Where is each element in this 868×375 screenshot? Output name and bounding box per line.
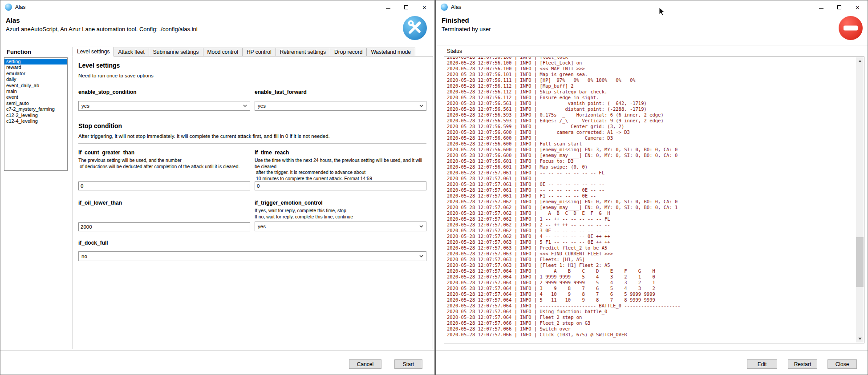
log-line: 2020-05-28 12:07:57.066 | INFO | Switch …	[447, 326, 856, 332]
log-line: 2020-05-28 12:07:57.066 | INFO | Fleet_2…	[447, 320, 856, 326]
field-if-count-greater-than: if_count_greater_than The previous setti…	[78, 149, 250, 190]
if-count-greater-than-input[interactable]	[78, 181, 250, 190]
chevron-down-icon	[419, 105, 423, 107]
field-if-time-reach: if_time_reach Use the time within the ne…	[255, 149, 426, 190]
function-list-item[interactable]: c12-4_leveling	[4, 118, 67, 124]
run-status-subtitle: Terminated by user	[442, 26, 491, 32]
alas-tools-logo	[402, 16, 427, 40]
start-button[interactable]: Start	[394, 359, 422, 369]
log-line: 2020-05-28 12:07:56.599 | INFO | Center …	[447, 124, 856, 129]
tab[interactable]: Submarine settings	[149, 48, 203, 56]
function-list-item[interactable]: main	[4, 89, 67, 94]
function-list-item[interactable]: event_daily_ab	[4, 83, 67, 89]
log-line: 2020-05-28 12:07:57.063 | INFO | <<< FIN…	[447, 251, 856, 257]
log-line: 2020-05-28 12:07:57.061 | INFO | -- -- -…	[447, 176, 856, 181]
cancel-button[interactable]: Cancel	[349, 359, 381, 369]
selected-value: yes	[81, 103, 89, 109]
scrollbar-thumb[interactable]	[856, 237, 864, 287]
if-dock-full-select[interactable]: no	[78, 251, 426, 261]
alas-app-icon	[441, 4, 448, 11]
log-line: 2020-05-28 12:07:57.062 | INFO | 3 0E --…	[447, 228, 856, 234]
tab[interactable]: Wasteland mode	[366, 48, 415, 56]
log-line: 2020-05-28 12:07:56.100 | INFO | fleet_l…	[447, 57, 856, 60]
tab[interactable]: HP control	[242, 48, 276, 56]
settings-tab-bar: Level settingsAttack fleetSubmarine sett…	[73, 47, 415, 56]
function-list-item[interactable]: c7-2_mystery_farming	[4, 106, 67, 112]
tab[interactable]: Mood control	[203, 48, 243, 56]
field-label: enable_stop_condition	[78, 89, 250, 95]
log-line: 2020-05-28 12:07:56.600 | INFO | Camera:…	[447, 135, 856, 141]
maximize-button[interactable]	[830, 0, 848, 14]
log-line: 2020-05-28 12:07:57.062 | INFO | 4 -- --…	[447, 234, 856, 239]
chevron-down-icon	[419, 225, 423, 228]
field-if-oil-lower-than: if_oil_lower_than	[78, 200, 250, 231]
field-label: if_trigger_emotion_control	[255, 200, 426, 206]
log-line: 2020-05-28 12:07:57.061 | INFO | -- -- -…	[447, 187, 856, 193]
function-panel-label: Function	[7, 48, 31, 55]
section-title-level-settings: Level settings	[78, 62, 426, 69]
close-button[interactable]: ×	[848, 0, 867, 14]
log-line: 2020-05-28 12:07:57.061 | INFO | -- -- -…	[447, 170, 856, 176]
log-line: 2020-05-28 12:07:56.112 | INFO | Skip st…	[447, 89, 856, 95]
maximize-button[interactable]	[397, 0, 415, 14]
log-titlebar[interactable]: Alas ×	[436, 0, 868, 14]
enable-stop-condition-select[interactable]: yes	[78, 101, 250, 111]
log-line: 2020-05-28 12:07:56.100 | INFO | [Fleet_…	[447, 60, 856, 66]
tab[interactable]: Attack fleet	[114, 48, 149, 56]
function-list-item[interactable]: emulator	[4, 71, 67, 77]
minimize-button[interactable]	[379, 0, 397, 14]
field-label: enable_fast_forward	[255, 89, 426, 95]
config-titlebar[interactable]: Alas ×	[0, 0, 434, 14]
alas-app-icon	[5, 4, 12, 11]
tab[interactable]: Retirement settings	[276, 48, 330, 56]
section-desc-level-settings: Need to run once to save options	[78, 73, 426, 78]
log-scrollbar[interactable]	[856, 57, 864, 343]
if-time-reach-input[interactable]	[255, 181, 426, 190]
log-output-box[interactable]: 2020-05-28 12:07:56.100 | INFO | fleet_l…	[444, 56, 864, 343]
tab[interactable]: Drop record	[330, 48, 367, 56]
close-button[interactable]: ×	[415, 0, 434, 14]
scroll-up-arrow[interactable]	[856, 57, 864, 65]
log-line: 2020-05-28 12:07:57.061 | INFO | F1 -- -…	[447, 193, 856, 199]
log-line: 2020-05-28 12:07:57.061 | INFO | 0E -- -…	[447, 181, 856, 187]
close-icon: ×	[856, 4, 860, 11]
log-line: 2020-05-28 12:07:57.064 | INFO | 1 9999 …	[447, 274, 856, 280]
log-output: 2020-05-28 12:07:56.100 | INFO | fleet_l…	[445, 57, 856, 343]
log-line: 2020-05-28 12:07:56.561 | INFO | vanish_…	[447, 101, 856, 106]
function-list[interactable]: settingrewardemulatordailyevent_daily_ab…	[4, 57, 68, 171]
function-list-item[interactable]: daily	[4, 77, 67, 82]
enable-fast-forward-select[interactable]: yes	[255, 101, 426, 111]
minimize-icon	[819, 8, 823, 9]
tab[interactable]: Level settings	[73, 47, 114, 56]
log-line: 2020-05-28 12:07:56.101 | INFO | Map is …	[447, 72, 856, 77]
header-divider	[436, 45, 868, 45]
config-window-title: Alas	[15, 4, 25, 10]
log-line: 2020-05-28 12:07:56.593 | INFO | 0.175s …	[447, 112, 856, 118]
log-window-title: Alas	[451, 4, 461, 10]
scroll-down-arrow[interactable]	[856, 335, 864, 343]
restart-button[interactable]: Restart	[788, 359, 817, 369]
function-list-item[interactable]: reward	[4, 65, 67, 70]
field-description: If yes, wait for reply, complete this ti…	[255, 208, 426, 220]
if-oil-lower-than-input[interactable]	[78, 222, 250, 231]
field-label: if_dock_full	[78, 240, 426, 246]
function-list-item[interactable]: semi_auto	[4, 101, 67, 106]
edit-button[interactable]: Edit	[747, 359, 777, 369]
alas-log-window: Alas × Finished Terminated by user Statu…	[436, 0, 868, 375]
minimize-button[interactable]	[812, 0, 830, 14]
if-trigger-emotion-control-select[interactable]: yes	[255, 222, 426, 231]
log-line: 2020-05-28 12:07:56.600 | INFO | [enemy_…	[447, 147, 856, 153]
chevron-down-icon	[419, 255, 423, 258]
window-controls: ×	[812, 0, 867, 14]
function-list-item[interactable]: event	[4, 94, 67, 100]
log-line: 2020-05-28 12:07:57.064 | INFO | 5 11 10…	[447, 297, 856, 303]
log-line: 2020-05-28 12:07:57.063 | INFO | [Fleet_…	[447, 262, 856, 268]
window-controls: ×	[379, 0, 434, 14]
maximize-icon	[404, 5, 408, 9]
log-line: 2020-05-28 12:07:56.601 | INFO | Focus t…	[447, 158, 856, 164]
function-list-item[interactable]: setting	[4, 59, 67, 65]
log-line: 2020-05-28 12:07:57.063 | INFO | 5 F1 --…	[447, 239, 856, 245]
log-line: 2020-05-28 12:07:57.064 | INFO | A B C D…	[447, 268, 856, 274]
function-list-item[interactable]: c12-2_leveling	[4, 113, 67, 118]
close-window-button[interactable]: Close	[827, 359, 857, 369]
